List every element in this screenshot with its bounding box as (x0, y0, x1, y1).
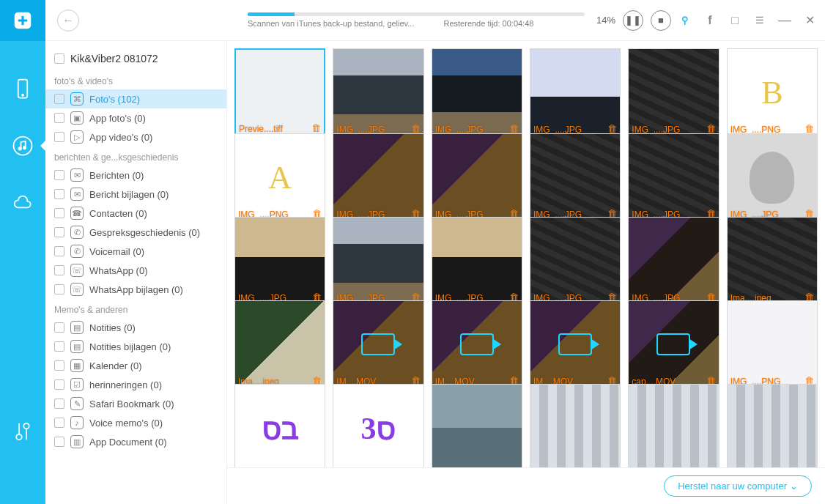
tree-item[interactable]: ☎Contacten (0) (45, 204, 226, 223)
thumbnail[interactable]: IMG_....JPG🗑 (530, 133, 621, 222)
tree-item-label: Notities (0) (89, 322, 136, 333)
thumbnail[interactable]: IMG_....JPG🗑 (432, 133, 522, 222)
trash-icon[interactable]: 🗑 (311, 122, 321, 133)
video-overlay-icon (656, 333, 690, 355)
rail-cloud-icon[interactable] (0, 174, 45, 231)
back-button[interactable]: ← (57, 10, 79, 32)
category-icon: ☏ (70, 264, 84, 277)
thumbnail[interactable]: בס (234, 384, 325, 467)
facebook-icon[interactable]: f (703, 14, 717, 27)
checkbox[interactable] (54, 208, 64, 218)
tree-item[interactable]: ✆Voicemail (0) (45, 242, 226, 261)
progress-bar (248, 12, 585, 16)
thumbnail[interactable]: IMG_....JPG🗑 (628, 217, 719, 305)
thumbnail[interactable]: IMG_....JPG🗑 (628, 48, 719, 137)
trash-icon[interactable]: 🗑 (509, 123, 519, 134)
checkbox[interactable] (54, 189, 64, 199)
minimize-icon[interactable]: — (778, 14, 791, 27)
key-icon[interactable]: ⚲ (678, 14, 692, 27)
thumbnail[interactable]: IMG_....JPG🗑 (530, 217, 621, 305)
header: ← Scannen van iTunes back-up bestand, ge… (45, 0, 825, 41)
progress-area: Scannen van iTunes back-up bestand, geli… (248, 12, 585, 28)
thumbnail[interactable]: IM....MOV🗑 (432, 300, 522, 389)
checkbox[interactable] (54, 246, 64, 256)
checkbox[interactable] (54, 53, 64, 64)
thumbnail[interactable]: IMG_....JPG🗑 (530, 48, 621, 137)
thumbnail[interactable]: BIMG_....PNG🗑 (727, 48, 818, 137)
checkbox[interactable] (54, 399, 64, 409)
tree-item-label: Safari Bookmark (0) (89, 399, 174, 410)
feedback-icon[interactable]: □ (728, 14, 741, 27)
thumbnail[interactable]: IMG_....JPG🗑 (432, 48, 522, 137)
tree-item[interactable]: ☏WhatsApp (0) (45, 261, 226, 280)
svg-point-2 (22, 94, 23, 96)
tree-item[interactable]: ▷App video's (0) (45, 127, 226, 147)
checkbox[interactable] (54, 94, 64, 104)
category-tree: Kik&Viber2 081072 foto's & video's⌘Foto'… (45, 41, 227, 504)
tree-item[interactable]: ☑herinneringen (0) (45, 375, 226, 394)
thumbnail[interactable] (530, 384, 621, 467)
tree-item[interactable]: ▤Notities bijlagen (0) (45, 337, 226, 356)
tree-item[interactable]: ⌘Foto's (102) (45, 89, 226, 108)
trash-icon[interactable]: 🗑 (804, 123, 814, 134)
category-icon: ☏ (70, 283, 84, 296)
checkbox[interactable] (54, 265, 64, 275)
tree-item-label: Gespreksgeschiedenis (0) (89, 227, 200, 238)
restore-button[interactable]: Herstel naar uw computer⌄ (664, 475, 812, 497)
thumbnail[interactable] (432, 384, 522, 467)
checkbox[interactable] (54, 284, 64, 294)
checkbox[interactable] (54, 170, 64, 180)
trash-icon[interactable]: 🗑 (706, 123, 716, 134)
category-icon: ⌘ (70, 92, 84, 105)
thumbnail[interactable]: Ima....jpeg🗑 (234, 300, 325, 389)
thumbnail[interactable]: IM....MOV🗑 (530, 300, 621, 389)
tree-item[interactable]: ▤Notities (0) (45, 318, 226, 337)
thumbnail[interactable] (628, 384, 719, 467)
rail-device-icon[interactable] (0, 60, 45, 117)
close-icon[interactable]: ✕ (803, 14, 816, 27)
trash-icon[interactable]: 🗑 (411, 123, 421, 134)
thumbnail[interactable]: Ima....jpeg🗑 (727, 217, 818, 305)
thumbnail[interactable]: IM....MOV🗑 (333, 300, 423, 389)
stop-button[interactable]: ■ (651, 10, 671, 31)
thumbnail[interactable]: IMG_....JPG🗑 (234, 217, 325, 305)
thumbnail[interactable]: Previe....tiff🗑 (234, 48, 325, 137)
checkbox[interactable] (54, 341, 64, 352)
thumbnail[interactable]: IMG_....JPG🗑 (432, 217, 522, 305)
checkbox[interactable] (54, 322, 64, 333)
thumbnail[interactable]: IMG_....JPG🗑 (333, 217, 423, 305)
checkbox[interactable] (54, 437, 64, 447)
checkbox[interactable] (54, 113, 64, 123)
checkbox[interactable] (54, 360, 64, 371)
thumbnail[interactable]: IMG_....JPG🗑 (333, 48, 423, 137)
checkbox[interactable] (54, 132, 64, 142)
checkbox[interactable] (54, 418, 64, 428)
category-icon: ✆ (70, 226, 84, 239)
thumbnail[interactable]: IMG_....JPG🗑 (727, 133, 818, 222)
thumbnail[interactable]: cap....MOV🗑 (628, 300, 719, 389)
tree-item[interactable]: ✆Gespreksgeschiedenis (0) (45, 223, 226, 242)
remaining-time: Resterende tijd: 00:04:48 (443, 19, 533, 28)
tree-item[interactable]: ✎Safari Bookmark (0) (45, 394, 226, 413)
tree-item[interactable]: ♪Voice memo's (0) (45, 413, 226, 432)
tree-item[interactable]: ☏WhatsApp bijlagen (0) (45, 280, 226, 299)
tree-item[interactable]: ▣App foto's (0) (45, 108, 226, 127)
trash-icon[interactable]: 🗑 (607, 123, 617, 134)
menu-icon[interactable]: ☰ (753, 14, 766, 27)
thumbnail[interactable]: IMG_....PNG🗑 (727, 300, 818, 389)
rail-music-icon[interactable] (0, 117, 45, 174)
thumbnail[interactable]: IMG_....JPG🗑 (628, 133, 719, 222)
tree-item[interactable]: ▦Kalender (0) (45, 356, 226, 375)
device-title[interactable]: Kik&Viber2 081072 (45, 50, 226, 70)
tree-item[interactable]: ✉Berichten (0) (45, 166, 226, 185)
checkbox[interactable] (54, 227, 64, 237)
rail-tools-icon[interactable] (0, 403, 45, 460)
tree-item[interactable]: ✉Bericht bijlagen (0) (45, 185, 226, 204)
thumbnail[interactable] (727, 384, 818, 467)
tree-item[interactable]: ▥App Document (0) (45, 432, 226, 451)
thumbnail[interactable]: IMG_....JPG🗑 (333, 133, 423, 222)
checkbox[interactable] (54, 379, 64, 390)
thumbnail[interactable]: ס3 (333, 384, 423, 467)
thumbnail[interactable]: AIMG_....PNG🗑 (234, 133, 325, 222)
pause-button[interactable]: ❚❚ (623, 10, 643, 31)
